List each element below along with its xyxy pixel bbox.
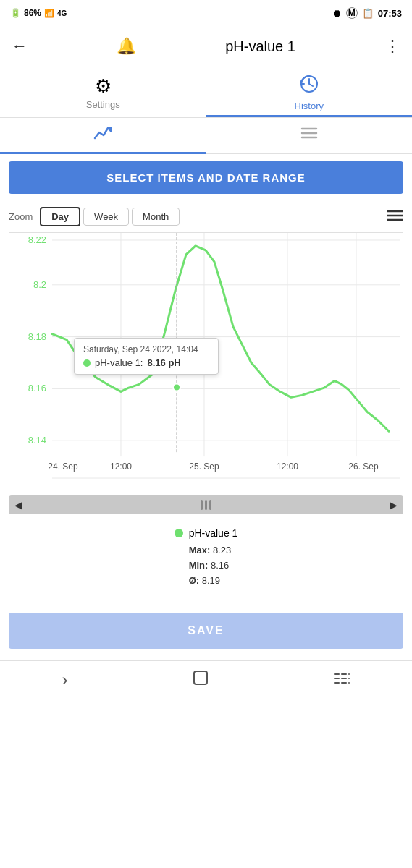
bottom-nav-recents[interactable] bbox=[333, 671, 350, 689]
status-left: 🔋 86% 📶 4G bbox=[10, 8, 67, 18]
legend-avg: Ø: 8.19 bbox=[189, 574, 232, 589]
legend-title-row: pH-value 1 bbox=[175, 527, 238, 539]
svg-point-28 bbox=[173, 383, 180, 391]
chart-icon bbox=[93, 125, 112, 145]
bottom-nav: › bbox=[0, 660, 412, 698]
zoom-day-button[interactable]: Day bbox=[40, 207, 80, 226]
svg-text:8.18: 8.18 bbox=[28, 331, 46, 342]
status-bar: 🔋 86% 📶 4G ⏺ M 📋 07:53 bbox=[0, 0, 412, 26]
timeline-scrollbar[interactable]: ◀ ▶ bbox=[9, 495, 403, 514]
tab-history[interactable]: History bbox=[206, 67, 413, 117]
svg-text:8.22: 8.22 bbox=[28, 234, 46, 245]
legend-dot bbox=[175, 529, 183, 537]
subtab-list[interactable] bbox=[206, 118, 413, 153]
bell-button[interactable]: 🔔 bbox=[117, 37, 136, 56]
zoom-label: Zoom bbox=[9, 211, 33, 222]
alarm-status-icon: ⏺ bbox=[332, 8, 342, 19]
legend-item: pH-value 1 Max: 8.23 Min: 8.16 Ø: 8.19 bbox=[175, 527, 238, 588]
history-icon bbox=[299, 74, 319, 99]
timeline-line-2 bbox=[205, 500, 207, 510]
save-button[interactable]: SAVE bbox=[9, 613, 403, 649]
timeline-line-1 bbox=[201, 500, 203, 510]
settings-icon: ⚙ bbox=[95, 75, 112, 98]
bottom-nav-back[interactable]: › bbox=[62, 670, 68, 690]
chart-menu-button[interactable] bbox=[387, 208, 403, 226]
tab-row: ⚙ Settings History bbox=[0, 67, 412, 118]
battery-icon: 🔋 bbox=[10, 8, 21, 18]
svg-text:8.2: 8.2 bbox=[33, 279, 46, 290]
chart-svg: 8.22 8.2 8.18 8.16 8.14 24. Sep 12:00 25… bbox=[9, 233, 403, 493]
zoom-month-button[interactable]: Month bbox=[132, 208, 180, 226]
tab-history-label: History bbox=[295, 101, 324, 111]
svg-text:24. Sep: 24. Sep bbox=[48, 461, 78, 472]
legend-min: Min: 8.16 bbox=[189, 558, 232, 574]
svg-rect-29 bbox=[194, 671, 207, 684]
clock: 07:53 bbox=[378, 8, 402, 19]
subtab-chart[interactable] bbox=[0, 118, 206, 153]
zoom-week-button[interactable]: Week bbox=[83, 208, 129, 226]
subtab-row bbox=[0, 118, 412, 154]
save-section: SAVE bbox=[0, 601, 412, 660]
page-title: pH-value 1 bbox=[225, 38, 295, 55]
timeline-handle[interactable] bbox=[201, 500, 211, 510]
timeline-right-arrow[interactable]: ▶ bbox=[390, 499, 398, 511]
network-icon: 4G bbox=[57, 9, 67, 17]
bottom-nav-home[interactable] bbox=[192, 669, 209, 691]
svg-text:25. Sep: 25. Sep bbox=[189, 461, 219, 472]
svg-text:8.16: 8.16 bbox=[28, 383, 46, 393]
more-menu-button[interactable]: ⋮ bbox=[384, 37, 400, 56]
m-icon: M bbox=[346, 7, 358, 19]
chart-container: 8.22 8.2 8.18 8.16 8.14 24. Sep 12:00 25… bbox=[9, 232, 403, 493]
signal-icon: 📶 bbox=[44, 9, 54, 18]
status-right: ⏺ M 📋 07:53 bbox=[332, 7, 402, 19]
legend-max: Max: 8.23 bbox=[189, 543, 232, 558]
back-button[interactable]: ← bbox=[12, 37, 28, 56]
svg-text:8.14: 8.14 bbox=[28, 435, 46, 446]
tab-settings-label: Settings bbox=[86, 99, 120, 110]
sim-icon: 📋 bbox=[362, 8, 374, 19]
list-icon bbox=[300, 126, 318, 145]
legend-name: pH-value 1 bbox=[189, 527, 238, 539]
svg-text:12:00: 12:00 bbox=[110, 461, 132, 472]
tab-settings[interactable]: ⚙ Settings bbox=[0, 67, 206, 117]
select-items-banner[interactable]: SELECT ITEMS AND DATE RANGE bbox=[9, 161, 403, 194]
svg-text:12:00: 12:00 bbox=[277, 461, 298, 472]
timeline-left-arrow[interactable]: ◀ bbox=[14, 499, 22, 511]
legend-section: pH-value 1 Max: 8.23 Min: 8.16 Ø: 8.19 bbox=[0, 517, 412, 594]
topbar: ← 🔔 pH-value 1 ⋮ bbox=[0, 26, 412, 67]
battery-level: 86% bbox=[24, 8, 41, 18]
legend-stats: Max: 8.23 Min: 8.16 Ø: 8.19 bbox=[175, 543, 232, 588]
svg-text:26. Sep: 26. Sep bbox=[348, 461, 379, 472]
zoom-row: Zoom Day Week Month bbox=[0, 201, 412, 232]
timeline-line-3 bbox=[209, 500, 211, 510]
